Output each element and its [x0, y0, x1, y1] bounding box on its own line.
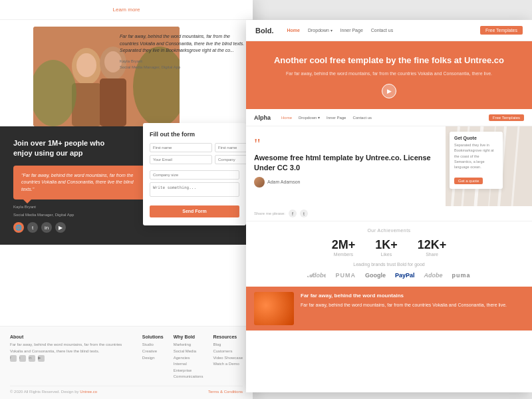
email-input[interactable] — [150, 155, 212, 164]
footer-solutions-title: Solutions — [142, 334, 164, 339]
footer-why-agencies: Agencies — [174, 355, 203, 362]
svg-point-5 — [76, 53, 96, 77]
footer-about-col: About Far far away, behind the word moun… — [10, 334, 132, 380]
footer-resources-title: Resources — [213, 334, 243, 339]
achievements-section: Our Achievements 2M+ Members 1K+ Likes 1… — [246, 221, 532, 287]
orange-quote-text: "Far far away, behind the word mountains… — [21, 173, 134, 192]
form-name-row — [150, 143, 239, 152]
dark-title: Join over 1M+ people who enjoy using our… — [13, 138, 120, 159]
get-quote-title: Get Quote — [454, 136, 498, 140]
company-size-input[interactable] — [150, 170, 239, 180]
footer-solutions-design: Design — [142, 355, 164, 362]
footer-linkedin-icon[interactable]: in — [29, 355, 35, 362]
footer-why-enterprise: Enterprise — [174, 368, 203, 374]
footer-columns: About Far far away, behind the word moun… — [10, 334, 243, 380]
hero-quote-role: Social Media Manager, Digital App — [120, 65, 246, 70]
alpha-nav-inner[interactable]: Inner Page — [327, 116, 346, 120]
nav-home-link[interactable]: Home — [287, 28, 300, 33]
adobe-logo-1: 𝒜dobe — [307, 271, 326, 279]
nav-inner-link[interactable]: Inner Page — [340, 28, 363, 33]
brands-row: 𝒜dobe PUMA Google PayPal Adobe puma — [254, 271, 524, 280]
footer-yt-icon[interactable]: ▶ — [38, 355, 45, 362]
footer-video: Video Showcase — [213, 355, 243, 362]
stat-likes: 1K+ Likes — [375, 238, 398, 257]
footer-why-social: Social Media — [174, 348, 203, 355]
alpha-nav-contact[interactable]: Contact us — [352, 116, 372, 120]
share-label: Share me please: — [254, 211, 285, 215]
share-number: 12K+ — [418, 238, 447, 252]
footer-untree-link[interactable]: Untree.co — [80, 390, 97, 394]
food-visual — [254, 292, 294, 325]
achievement-stats: 2M+ Members 1K+ Likes 12K+ Share — [254, 238, 524, 257]
share-label: Share — [418, 252, 447, 257]
alpha-free-templates-button[interactable]: Free Templates — [489, 114, 524, 121]
footer-why-col: Why Bold Marketing Social Media Agencies… — [174, 334, 203, 380]
left-page: Learn more Far far — [0, 0, 253, 399]
footer-solutions-studio: Studio — [142, 342, 164, 348]
bottom-orange-strip: Far far away, behind the word mountains … — [246, 287, 532, 331]
brand-adobe-2: Adobe — [424, 272, 443, 279]
footer-resources-col: Resources Blog Customers Video Showcase … — [213, 334, 243, 380]
stat-members: 2M+ Members — [332, 238, 356, 257]
alpha-quote-section: " Awesome free html template by Untree.c… — [246, 126, 446, 206]
author-avatar — [254, 177, 265, 188]
alpha-visual-section: Get Quote Separated they live in Bookmar… — [446, 126, 532, 206]
nav-dropdown-link[interactable]: Dropdown — [308, 28, 332, 33]
alpha-nav-home[interactable]: Home — [281, 116, 292, 120]
social-icon-youtube[interactable]: ▶ — [55, 222, 66, 233]
form-email-row — [150, 155, 239, 164]
footer-customers: Customers — [213, 348, 243, 355]
learn-more-link[interactable]: Learn more — [113, 7, 140, 13]
brand-puma-1: PUMA — [335, 272, 356, 279]
brand-google: Google — [365, 272, 386, 279]
get-quote-card: Get Quote Separated they live in Bookmar… — [450, 132, 503, 189]
footer-why-comms: Communications — [174, 374, 203, 380]
social-icon-globe[interactable]: 🌐 — [13, 222, 24, 233]
nav-free-templates-button[interactable]: Free Templates — [480, 26, 523, 35]
nav-contact-link[interactable]: Contact us — [371, 28, 393, 33]
bottom-strip-title: Far far away, behind the word mountains — [301, 292, 507, 300]
brand-paypal: PayPal — [395, 272, 415, 279]
footer-facebook-icon[interactable]: f — [10, 355, 17, 362]
share-twitter-icon[interactable]: t — [300, 209, 308, 217]
footer-why-internal: Internal — [174, 361, 203, 368]
share-row: Share me please: f t — [246, 206, 532, 221]
likes-number: 1K+ — [375, 238, 398, 252]
share-facebook-icon[interactable]: f — [289, 209, 297, 217]
message-textarea[interactable] — [150, 182, 239, 197]
bottom-strip-text: Far far away, behind the word mountains,… — [301, 302, 507, 309]
play-button[interactable]: ▶ — [382, 84, 396, 98]
form-title: Fill out the form — [150, 131, 239, 138]
hero-quote-author: Kayla Bryant — [120, 59, 246, 65]
right-page: Bold. Home Dropdown Inner Page Contact u… — [246, 20, 532, 392]
send-form-button[interactable]: Send Form — [150, 205, 239, 217]
social-icon-twitter[interactable]: t — [27, 222, 38, 233]
get-quote-button[interactable]: Get a quote — [454, 178, 483, 184]
footer-blog: Blog — [213, 342, 243, 348]
firstname-input[interactable] — [150, 143, 212, 152]
social-icon-linkedin[interactable]: in — [41, 222, 52, 233]
alpha-nav-dropdown[interactable]: Dropdown — [299, 115, 320, 120]
left-top-bar: Learn more — [0, 0, 253, 20]
left-hero-section: Far far away, behind the word mountains,… — [0, 20, 253, 126]
svg-rect-4 — [100, 78, 126, 126]
brand-puma-2: puma — [452, 272, 471, 279]
bold-nav: Bold. Home Dropdown Inner Page Contact u… — [246, 20, 532, 41]
likes-label: Likes — [375, 252, 398, 257]
footer-solutions-creative: Creative — [142, 348, 164, 355]
hero-quote-text: Far far away, behind the word mountains,… — [120, 33, 246, 55]
footer-why-title: Why Bold — [174, 334, 203, 339]
footer-terms-link[interactable]: Terms & Conditions — [208, 390, 243, 394]
members-label: Members — [332, 252, 356, 257]
bottom-food-image — [254, 292, 294, 325]
alpha-logo: Alpha — [254, 114, 271, 121]
contact-form: Fill out the form Send Form — [143, 123, 246, 225]
members-number: 2M+ — [332, 238, 356, 252]
svg-text:𝒜dobe: 𝒜dobe — [307, 272, 326, 279]
footer-social: f t in ▶ — [10, 355, 132, 362]
footer-twitter-icon[interactable]: t — [19, 355, 26, 362]
quote-mark: " — [254, 136, 438, 152]
footer-about-title: About — [10, 334, 132, 339]
brands-title: Leading brands trust Bold for good — [254, 262, 524, 267]
achievements-title: Our Achievements — [254, 228, 524, 233]
